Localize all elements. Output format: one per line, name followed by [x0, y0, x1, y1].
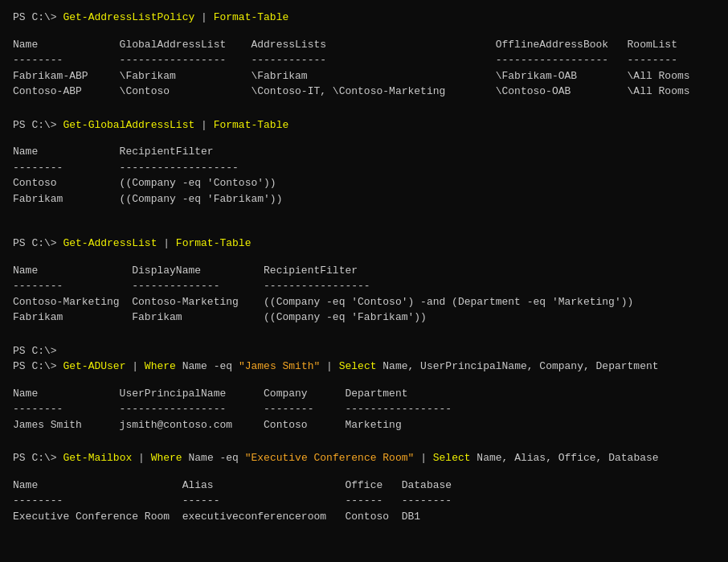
cmd-format-table-1: Format-Table — [214, 11, 289, 23]
table-1-separators: -------- ----------------- ------------ … — [13, 52, 715, 68]
select-param-5: Name, Alias, Office, Database — [471, 452, 659, 464]
where-param-4: Name -eq — [176, 360, 239, 372]
command-line-3: PS C:\> Get-AddressList | Format-Table — [13, 236, 715, 252]
string-exec-conf-room: "Executive Conference Room" — [245, 452, 415, 464]
table-1-headers: Name GlobalAddressList AddressLists Offl… — [13, 37, 715, 53]
command-line-2: PS C:\> Get-GlobalAddressList | Format-T… — [13, 117, 715, 133]
table-2-row-1: Contoso ((Company -eq 'Contoso')) — [13, 175, 715, 191]
cmd-select-5: Select — [433, 452, 471, 464]
command-line-5: PS C:\> Get-Mailbox | Where Name -eq "Ex… — [13, 450, 715, 466]
blank-prompt-line: PS C:\> — [13, 343, 715, 359]
table-5-headers: Name Alias Office Database — [13, 478, 715, 494]
cmd-where-5: Where — [151, 452, 182, 464]
prompt-3: PS C:\> — [13, 237, 63, 249]
cmd-get-globaladdresslist: Get-GlobalAddressList — [63, 119, 194, 131]
table-4-row-1: James Smith jsmith@contoso.com Contoso M… — [13, 417, 715, 433]
table-3-separators: -------- -------------- ----------------… — [13, 278, 715, 294]
cmd-where-4: Where — [145, 360, 176, 372]
command-line-4: PS C:\> Get-ADUser | Where Name -eq "Jam… — [13, 359, 715, 375]
table-1-row-1: Fabrikam-ABP \Fabrikam \Fabrikam \Fabrik… — [13, 68, 715, 84]
command-line-1: PS C:\> Get-AddressListPolicy | Format-T… — [13, 10, 715, 26]
pipe-4b: | — [320, 360, 338, 372]
cmd-get-mailbox: Get-Mailbox — [63, 452, 132, 464]
cmd-get-addresslistpolicy: Get-AddressListPolicy — [63, 11, 194, 23]
section-get-address-list-policy: PS C:\> Get-AddressListPolicy | Format-T… — [13, 10, 715, 100]
string-james-smith: "James Smith" — [239, 360, 320, 372]
prompt-4: PS C:\> — [13, 360, 63, 372]
blank-prompt: PS C:\> — [13, 345, 57, 357]
table-3-row-2: Fabrikam Fabrikam ((Company -eq 'Fabrika… — [13, 310, 715, 326]
pipe-2: | — [194, 119, 213, 131]
table-5-separators: -------- ------ ------ -------- — [13, 493, 715, 509]
section-get-address-list: PS C:\> Get-AddressList | Format-Table N… — [13, 236, 715, 326]
where-param-5: Name -eq — [182, 452, 245, 464]
pipe-5a: | — [132, 452, 150, 464]
table-2-separators: -------- ------------------- — [13, 160, 715, 176]
cmd-get-addresslist: Get-AddressList — [63, 237, 157, 249]
prompt-1: PS C:\> — [13, 11, 63, 23]
select-param-4: Name, UserPrincipalName, Company, Depart… — [377, 360, 659, 372]
prompt-5: PS C:\> — [13, 452, 63, 464]
table-1-row-2: Contoso-ABP \Contoso \Contoso-IT, \Conto… — [13, 84, 715, 100]
section-get-aduser: PS C:\> Get-ADUser | Where Name -eq "Jam… — [13, 359, 715, 433]
table-2-row-2: Fabrikam ((Company -eq 'Fabrikam')) — [13, 191, 715, 207]
cmd-select-4: Select — [339, 360, 377, 372]
pipe-3: | — [157, 237, 175, 249]
table-4-headers: Name UserPrincipalName Company Departmen… — [13, 386, 715, 402]
pipe-1: | — [194, 11, 213, 23]
pipe-4a: | — [125, 360, 144, 372]
prompt-2: PS C:\> — [13, 119, 63, 131]
table-3-headers: Name DisplayName RecipientFilter — [13, 263, 715, 279]
cmd-format-table-2: Format-Table — [214, 119, 289, 131]
table-3-row-1: Contoso-Marketing Contoso-Marketing ((Co… — [13, 294, 715, 310]
terminal-window: PS C:\> Get-AddressListPolicy | Format-T… — [13, 10, 715, 524]
pipe-5b: | — [414, 452, 432, 464]
section-get-global-address-list: PS C:\> Get-GlobalAddressList | Format-T… — [13, 117, 715, 207]
table-2-headers: Name RecipientFilter — [13, 144, 715, 160]
cmd-get-aduser: Get-ADUser — [63, 360, 125, 372]
cmd-format-table-3: Format-Table — [176, 237, 252, 249]
table-5-row-1: Executive Conference Room executiveconfe… — [13, 509, 715, 525]
section-get-mailbox: PS C:\> Get-Mailbox | Where Name -eq "Ex… — [13, 450, 715, 524]
table-4-separators: -------- ----------------- -------- ----… — [13, 401, 715, 417]
